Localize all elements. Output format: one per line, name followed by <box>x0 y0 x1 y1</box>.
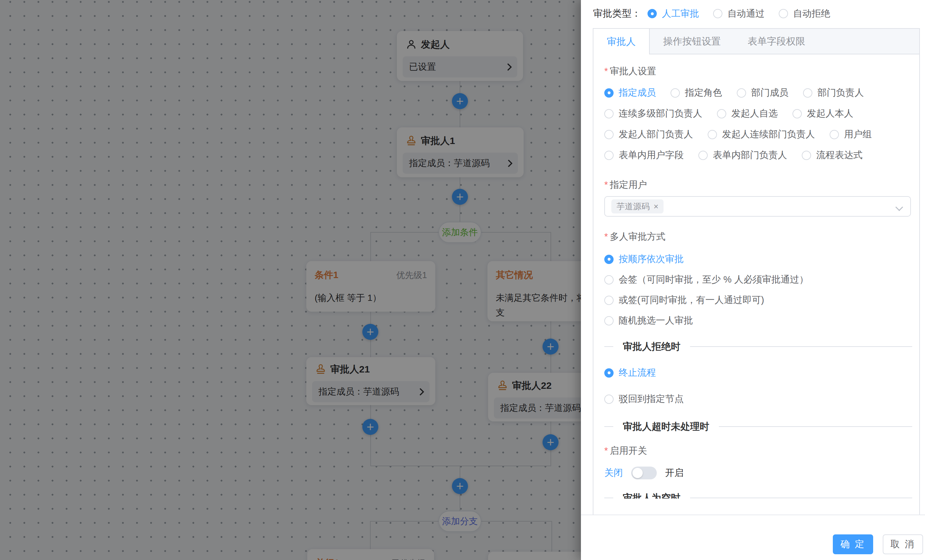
approver-setting-row: 发起人部门负责人 发起人连续部门负责人 用户组 <box>604 129 914 140</box>
form-scroll-area[interactable]: *审批人设置 指定成员 指定角色 部门成员 部门负责人 <box>594 54 919 498</box>
option-initiator-self[interactable]: 发起人本人 <box>792 107 853 120</box>
section-title: 审批人拒绝时 <box>623 340 681 353</box>
switch-on-label: 开启 <box>665 467 684 479</box>
radio-icon <box>830 130 839 139</box>
radio-label: 指定角色 <box>685 86 722 99</box>
tab-approver[interactable]: 审批人 <box>594 29 650 54</box>
radio-label: 会签（可同时审批，至少 % 人必须审批通过） <box>619 273 809 286</box>
radio-label: 自动通过 <box>728 8 765 20</box>
radio-label: 随机挑选一人审批 <box>619 314 693 327</box>
option-multi-level-dept-leader[interactable]: 连续多级部门负责人 <box>604 107 702 120</box>
timeout-switch[interactable] <box>631 467 657 479</box>
option-orsign[interactable]: 或签(可同时审批，有一人通过即可) <box>604 294 764 306</box>
radio-icon <box>604 151 613 160</box>
radio-icon <box>670 88 680 98</box>
required-asterisk: * <box>604 66 608 76</box>
option-initiator-dept-leader[interactable]: 发起人部门负责人 <box>604 128 693 141</box>
radio-icon <box>604 316 613 325</box>
approval-type-auto-approve[interactable]: 自动通过 <box>713 8 765 20</box>
required-asterisk: * <box>604 446 608 456</box>
assign-user-select[interactable]: 芋道源码 × <box>604 196 911 217</box>
confirm-button[interactable]: 确 定 <box>833 534 873 554</box>
radio-icon <box>604 88 613 98</box>
approver-setting-row: 指定成员 指定角色 部门成员 部门负责人 <box>604 87 914 99</box>
radio-label: 自动拒绝 <box>793 8 830 20</box>
option-assigned-role[interactable]: 指定角色 <box>670 86 722 99</box>
radio-icon <box>604 296 613 305</box>
radio-label: 发起人部门负责人 <box>619 128 693 141</box>
radio-label: 用户组 <box>844 128 872 141</box>
approver-settings-drawer: 审批类型： 人工审批 自动通过 自动拒绝 审批人 操作按钮设置 表单字段权限 <box>581 0 925 560</box>
radio-icon <box>792 109 802 118</box>
reject-section-divider: 审批人拒绝时 <box>604 341 912 352</box>
cancel-button[interactable]: 取 消 <box>883 534 923 554</box>
radio-icon <box>698 151 708 160</box>
option-return-to-node[interactable]: 驳回到指定节点 <box>604 393 684 405</box>
radio-label: 流程表达式 <box>816 149 863 162</box>
radio-label: 部门负责人 <box>818 86 864 99</box>
option-user-group[interactable]: 用户组 <box>830 128 872 141</box>
modal-overlay[interactable] <box>0 0 581 560</box>
selected-user-tag: 芋道源码 × <box>611 199 663 214</box>
radio-label: 按顺序依次审批 <box>619 253 684 266</box>
option-initiator-multi-dept-leader[interactable]: 发起人连续部门负责人 <box>708 128 815 141</box>
tab-form-field-permissions[interactable]: 表单字段权限 <box>734 29 819 54</box>
approver-setting-row: 连续多级部门负责人 发起人自选 发起人本人 <box>604 108 914 119</box>
option-countersign[interactable]: 会签（可同时审批，至少 % 人必须审批通过） <box>604 274 809 285</box>
approval-type-auto-reject[interactable]: 自动拒绝 <box>779 8 830 20</box>
option-form-dept-leader[interactable]: 表单内部门负责人 <box>698 149 787 162</box>
section-title: 审批人为空时 <box>623 492 681 499</box>
radio-label: 发起人连续部门负责人 <box>722 128 815 141</box>
timeout-section-divider: 审批人超时未处理时 <box>604 421 912 432</box>
option-initiator-choose[interactable]: 发起人自选 <box>717 107 778 120</box>
radio-label: 指定成员 <box>619 86 656 99</box>
approval-type-label: 审批类型： <box>593 7 641 20</box>
radio-icon <box>713 9 722 18</box>
close-icon[interactable]: × <box>654 202 658 212</box>
radio-icon <box>604 368 613 378</box>
settings-tabs-card: 审批人 操作按钮设置 表单字段权限 *审批人设置 指定成员 指定角色 <box>593 28 920 515</box>
chevron-down-icon <box>895 203 903 211</box>
radio-icon <box>717 109 726 118</box>
radio-icon <box>604 109 613 118</box>
approver-setting-label: *审批人设置 <box>604 65 914 77</box>
radio-label: 人工审批 <box>662 8 699 20</box>
radio-icon <box>737 88 746 98</box>
radio-icon <box>803 88 812 98</box>
option-dept-member[interactable]: 部门成员 <box>737 86 788 99</box>
required-asterisk: * <box>604 231 608 242</box>
tab-bar: 审批人 操作按钮设置 表单字段权限 <box>594 29 919 54</box>
radio-label: 驳回到指定节点 <box>619 393 684 405</box>
screen: 发起人 已设置 + 审批人1 指定成员：芋道源码 <box>0 0 925 560</box>
footer-divider <box>581 515 925 515</box>
reject-options: 终止流程 驳回到指定节点 <box>604 352 914 405</box>
approval-type-manual[interactable]: 人工审批 <box>648 8 699 20</box>
radio-label: 部门成员 <box>751 86 788 99</box>
option-process-expression[interactable]: 流程表达式 <box>802 149 863 162</box>
timeout-toggle-row: 关闭 开启 <box>604 467 914 479</box>
option-form-user-field[interactable]: 表单内用户字段 <box>604 149 684 162</box>
enable-switch-label: *启用开关 <box>604 445 914 456</box>
radio-label: 表单内用户字段 <box>619 149 684 162</box>
approver-setting-row: 表单内用户字段 表单内部门负责人 流程表达式 <box>604 149 914 161</box>
empty-approver-section-divider: 审批人为空时 <box>604 492 912 498</box>
multi-approve-mode-label: *多人审批方式 <box>604 231 914 242</box>
option-sequential[interactable]: 按顺序依次审批 <box>604 253 684 265</box>
radio-icon <box>604 275 613 285</box>
radio-icon <box>802 151 811 160</box>
radio-icon <box>604 394 613 404</box>
section-title: 审批人超时未处理时 <box>623 420 709 433</box>
tab-action-buttons[interactable]: 操作按钮设置 <box>650 29 734 54</box>
switch-off-label: 关闭 <box>604 467 623 479</box>
option-terminate-process[interactable]: 终止流程 <box>604 367 656 379</box>
radio-label: 发起人自选 <box>731 107 778 120</box>
required-asterisk: * <box>604 179 608 190</box>
radio-label: 发起人本人 <box>807 107 853 120</box>
assign-user-label: *指定用户 <box>604 179 914 190</box>
option-assigned-member[interactable]: 指定成员 <box>604 86 656 99</box>
option-random-one[interactable]: 随机挑选一人审批 <box>604 315 693 327</box>
radio-label: 表单内部门负责人 <box>713 149 787 162</box>
radio-icon <box>708 130 717 139</box>
radio-icon <box>779 9 788 18</box>
option-dept-leader[interactable]: 部门负责人 <box>803 86 864 99</box>
